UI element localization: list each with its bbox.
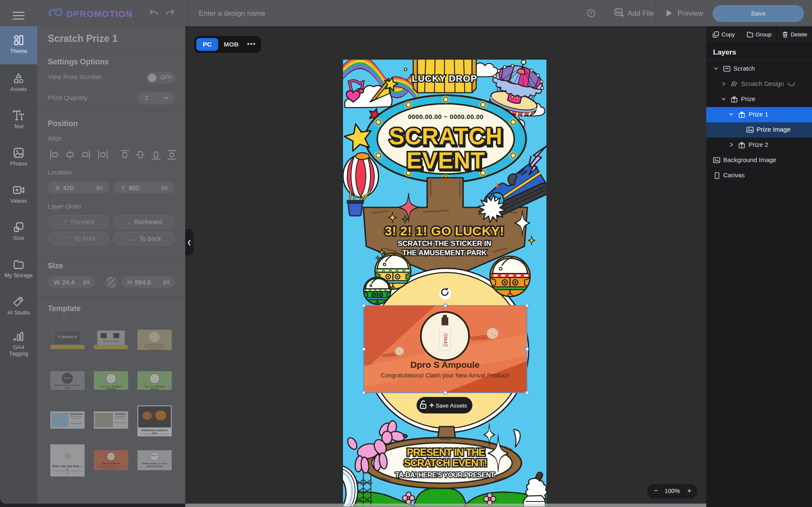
svg-text:Save Assets: Save Assets	[436, 402, 467, 409]
svg-text:SCRATCH EVENT!: SCRATCH EVENT!	[404, 457, 487, 468]
svg-text:3! 2! 1! GO LUCKY!: 3! 2! 1! GO LUCKY!	[385, 224, 504, 238]
svg-text:EVENT: EVENT	[406, 147, 485, 174]
svg-text:SCRATCH THE STICKER IN: SCRATCH THE STICKER IN	[398, 240, 491, 248]
svg-text:Congratulations! Claim your Ne: Congratulations! Claim your New Arrival …	[381, 372, 509, 379]
svg-text:0000.00.00 ~ 0000.00.00: 0000.00.00 ~ 0000.00.00	[408, 113, 484, 120]
svg-text:DPRO: DPRO	[443, 333, 448, 347]
svg-text:?: ?	[590, 11, 593, 16]
svg-text:SCRATCH: SCRATCH	[389, 123, 502, 149]
svg-text:PRESENT IN THE: PRESENT IN THE	[407, 446, 486, 458]
svg-text:TA-DA! HERE'S YOUR PRESENT.: TA-DA! HERE'S YOUR PRESENT.	[395, 471, 496, 479]
svg-text:Dpro S Ampoule: Dpro S Ampoule	[410, 360, 480, 369]
svg-text:THE AMUSEMENT PARK: THE AMUSEMENT PARK	[402, 249, 487, 257]
svg-text:LUCKY DROP: LUCKY DROP	[411, 73, 477, 84]
